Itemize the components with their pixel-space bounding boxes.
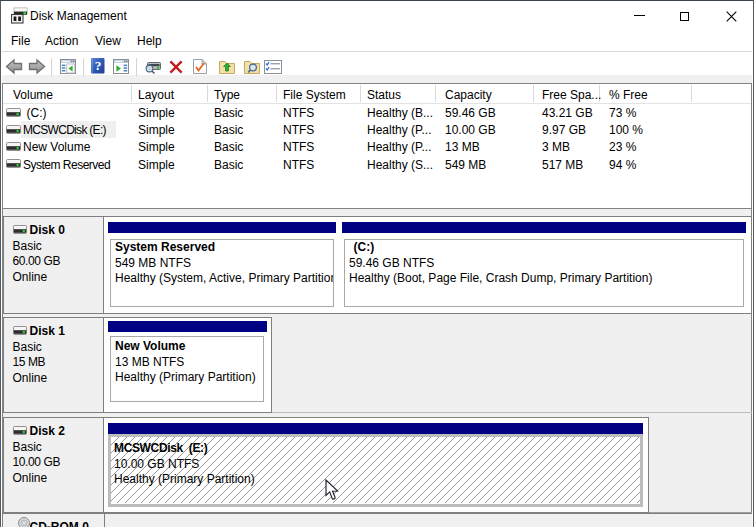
svg-text:?: ?	[95, 58, 102, 73]
